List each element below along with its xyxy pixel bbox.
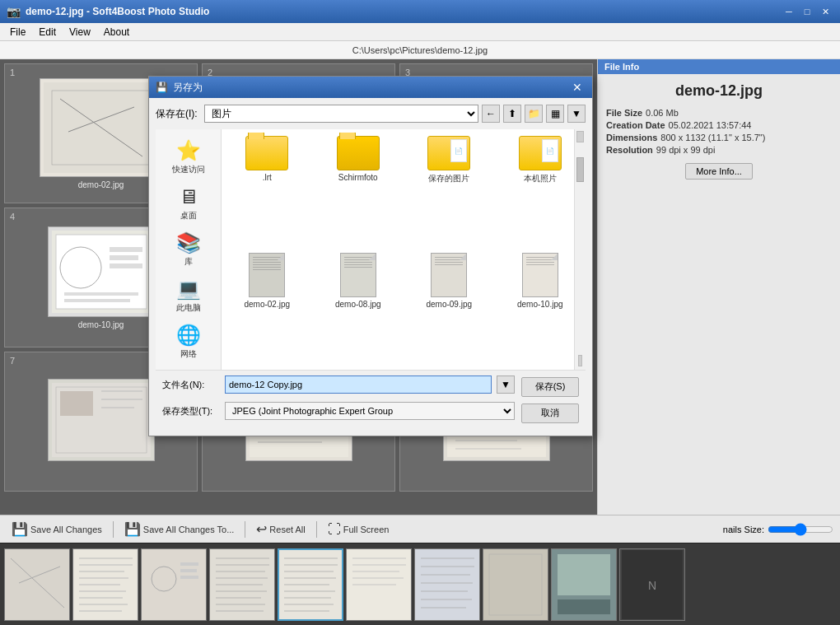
dialog-body: 保存在(I): 图片 ← ⬆ 📁 ▦ ▼ ⭐ [149, 98, 592, 436]
filmstrip: N [0, 543, 840, 625]
zoom-control: nails Size: [723, 523, 833, 536]
thumb-label-1: demo-02.jpg [78, 180, 124, 189]
thumb-image-7 [48, 379, 155, 461]
file-info-title: demo-12.jpg [606, 82, 832, 100]
svg-rect-83 [180, 576, 198, 579]
file-demo08[interactable]: demo-08.jpg [316, 250, 401, 367]
film-thumb-4[interactable] [209, 548, 275, 621]
folder-schirmfoto[interactable]: Schirmfoto [316, 133, 401, 243]
more-info-button[interactable]: More Info... [685, 163, 753, 180]
svg-rect-121 [558, 554, 610, 595]
dialog-scrollbar[interactable] [574, 129, 586, 370]
sidebar-computer[interactable]: 💻 此电脑 [159, 274, 217, 317]
nav-new-folder-button[interactable]: 📁 [525, 105, 543, 123]
svg-rect-18 [110, 255, 138, 260]
app-icon: 📷 [7, 5, 21, 18]
film-thumb-1[interactable] [4, 548, 70, 621]
menu-edit[interactable]: Edit [32, 23, 63, 41]
save-all-changes-button[interactable]: 💾 Save All Changes [7, 520, 107, 539]
reset-all-label: Reset All [269, 525, 305, 534]
sidebar-quick-access[interactable]: ⭐ 快速访问 [159, 136, 217, 179]
computer-label: 此电脑 [176, 302, 201, 314]
dimensions-value: 800 x 1132 (11.1" x 15.7") [660, 133, 765, 142]
separator-1 [113, 521, 114, 538]
file-demo08-label: demo-08.jpg [335, 300, 381, 309]
folder-local-icon: 📄 [519, 136, 562, 170]
menu-view[interactable]: View [63, 23, 97, 41]
folder-lrt[interactable]: .lrt [225, 133, 310, 243]
folder-saved-icon: 📄 [427, 136, 470, 170]
file-demo02[interactable]: demo-02.jpg [225, 250, 310, 367]
cancel-file-button[interactable]: 取消 [521, 403, 579, 423]
dialog-content: ⭐ 快速访问 🖥 桌面 📚 库 💻 此电脑 [156, 129, 586, 370]
file-info-table: File Size 0.06 Mb Creation Date 05.02.20… [606, 108, 832, 155]
svg-rect-82 [180, 569, 197, 572]
dialog-title-text: 另存为 [173, 81, 203, 95]
desktop-label: 桌面 [180, 210, 197, 222]
svg-text:N: N [648, 579, 656, 592]
menu-file[interactable]: File [3, 23, 32, 41]
menu-about[interactable]: About [97, 23, 136, 41]
sidebar-library[interactable]: 📚 库 [159, 228, 217, 271]
maximize-button[interactable]: □ [799, 3, 815, 20]
file-demo09[interactable]: demo-09.jpg [407, 250, 492, 367]
cell-num-4: 4 [10, 212, 15, 222]
svg-rect-81 [180, 562, 198, 566]
title-bar: 📷 demo-12.jpg - Soft4Boost Photo Studio … [0, 0, 840, 23]
dialog-title: 💾 另存为 [156, 81, 203, 95]
resolution-value: 99 dpi x 99 dpi [656, 145, 716, 155]
close-button[interactable]: ✕ [817, 3, 833, 20]
save-file-button[interactable]: 保存(S) [521, 377, 579, 397]
resolution-label: Resolution [606, 145, 653, 155]
film-thumb-3[interactable] [141, 548, 207, 621]
save-in-row: 保存在(I): 图片 ← ⬆ 📁 ▦ ▼ [156, 105, 586, 123]
save-all-to-label: Save All Changes To... [143, 525, 234, 534]
save-in-select[interactable]: 图片 [204, 105, 478, 123]
separator-3 [316, 521, 317, 538]
folder-schirmfoto-icon [337, 136, 380, 170]
save-all-changes-to-button[interactable]: 💾 Save All Changes To... [119, 520, 239, 539]
creation-date-value: 05.02.2021 13:57:44 [669, 120, 752, 130]
svg-rect-45 [60, 391, 93, 416]
file-size-row: File Size 0.06 Mb [606, 108, 832, 118]
film-thumb-5[interactable] [278, 548, 343, 621]
nav-up-button[interactable]: ⬆ [503, 105, 521, 123]
full-screen-button[interactable]: ⛶ Full Screen [323, 520, 394, 539]
dialog-sidebar: ⭐ 快速访问 🖥 桌面 📚 库 💻 此电脑 [156, 129, 222, 370]
network-label: 网络 [180, 348, 197, 360]
dialog-files: .lrt Schirmfoto 📄 保存的图片 [222, 129, 586, 370]
folder-local-photos[interactable]: 📄 本机照片 [498, 133, 583, 243]
filename-input[interactable] [225, 375, 492, 394]
save-in-label: 保存在(I): [156, 107, 198, 121]
filetype-label: 保存类型(T): [162, 405, 220, 417]
folder-saved-photos[interactable]: 📄 保存的图片 [407, 133, 492, 243]
sidebar-desktop[interactable]: 🖥 桌面 [159, 182, 217, 225]
dialog-bottom: 文件名(N): ▼ 保存(S) 保存类型(T): JPEG (Joint Pho… [156, 370, 586, 429]
film-thumb-6[interactable] [346, 548, 412, 621]
film-thumb-2[interactable] [72, 548, 138, 621]
dialog-close-button[interactable]: ✕ [569, 79, 586, 96]
filename-dropdown-button[interactable]: ▼ [497, 375, 515, 394]
nav-back-button[interactable]: ← [482, 105, 500, 123]
folder-lrt-icon [245, 136, 288, 170]
quick-access-icon: ⭐ [176, 139, 201, 162]
sidebar-network[interactable]: 🌐 网络 [159, 320, 217, 363]
nav-view2-button[interactable]: ▼ [567, 105, 586, 123]
save-all-label: Save All Changes [30, 525, 102, 534]
file-demo10[interactable]: demo-10.jpg [498, 250, 583, 367]
film-thumb-10[interactable]: N [619, 548, 685, 621]
file-size-value: 0.06 Mb [646, 108, 679, 118]
svg-rect-66 [7, 550, 68, 619]
filetype-select[interactable]: JPEG (Joint Photographic Expert Group [225, 402, 515, 420]
zoom-slider[interactable] [768, 523, 833, 536]
reset-all-button[interactable]: ↩ Reset All [251, 520, 310, 539]
cell-num-1: 1 [10, 68, 15, 77]
quick-access-label: 快速访问 [172, 164, 205, 175]
dimensions-label: Dimensions [606, 133, 657, 142]
nav-view-button[interactable]: ▦ [546, 105, 564, 123]
film-thumb-8[interactable] [483, 548, 548, 621]
minimize-button[interactable]: ─ [781, 3, 797, 20]
film-thumb-9[interactable] [551, 548, 617, 621]
film-thumb-7[interactable] [414, 548, 480, 621]
reset-icon: ↩ [256, 521, 267, 537]
